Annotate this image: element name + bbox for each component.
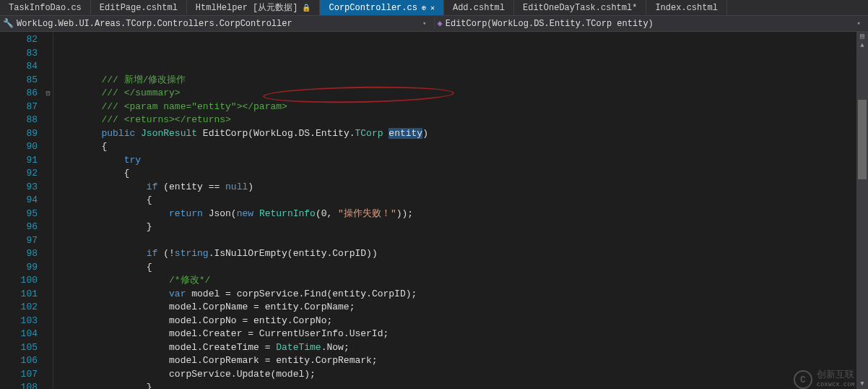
vertical-scrollbar[interactable]: ▤ ▲ ▼ <box>856 32 868 389</box>
fold-cell <box>43 74 53 87</box>
scroll-track[interactable] <box>856 42 868 379</box>
tab-6[interactable]: Index.cshtml <box>646 0 726 15</box>
line-number: 90 <box>0 140 38 154</box>
code-line[interactable]: model.CorpRemark = entity.CorpRemark; <box>56 354 856 368</box>
code-line[interactable]: model.Creater = CurrentUserInfo.UserId; <box>56 328 856 341</box>
token-comment: /// <returns></returns> <box>101 114 230 125</box>
dropdown-icon[interactable]: ▾ <box>422 20 430 27</box>
token-plain <box>56 208 169 219</box>
token-comment: /// </summary> <box>101 87 180 98</box>
token-plain <box>135 128 141 139</box>
watermark-logo: C <box>794 370 812 389</box>
token-comment: /// 新增/修改操作 <box>101 74 186 85</box>
code-line[interactable]: { <box>56 140 856 154</box>
fold-cell <box>43 274 53 288</box>
token-plain: { <box>56 194 152 205</box>
code-line[interactable]: try <box>56 154 856 168</box>
code-line[interactable] <box>56 234 856 248</box>
tab-bar: TaskInfoDao.csEditPage.cshtmlHtmlHelper … <box>0 0 868 16</box>
scroll-down-icon[interactable]: ▼ <box>856 379 868 389</box>
token-key: return <box>169 208 203 219</box>
pin-icon[interactable]: ⊕ <box>422 4 426 12</box>
token-plain <box>253 208 259 219</box>
token-plain: corpService.Update(model); <box>56 369 316 380</box>
code-line[interactable]: { <box>56 261 856 275</box>
tab-1[interactable]: EditPage.cshtml <box>91 0 187 15</box>
code-line[interactable]: /// <param name="entity"></param> <box>56 101 856 114</box>
code-line[interactable]: /// 新增/修改操作 <box>56 74 856 87</box>
fold-cell <box>43 208 53 221</box>
code-line[interactable]: corpService.Update(model); <box>56 368 856 382</box>
code-line[interactable]: if (entity == null) <box>56 181 856 194</box>
tab-3[interactable]: CorpController.cs⊕✕ <box>320 0 443 15</box>
line-number: 86 <box>0 87 38 101</box>
line-number: 83 <box>0 47 38 61</box>
line-number: 94 <box>0 194 38 208</box>
scroll-thumb[interactable] <box>858 100 867 179</box>
token-plain: .Now; <box>321 342 350 353</box>
line-number: 98 <box>0 247 38 261</box>
line-number: 87 <box>0 101 38 114</box>
close-icon[interactable]: ✕ <box>430 4 435 12</box>
tab-0[interactable]: TaskInfoDao.cs <box>0 0 91 15</box>
fold-cell <box>43 341 53 355</box>
token-plain <box>56 114 101 125</box>
fold-cell <box>43 101 53 114</box>
code-editor[interactable]: /// 新增/修改操作 /// </summary> /// <param na… <box>53 32 856 389</box>
code-line[interactable]: model.CorpName = entity.CorpName; <box>56 301 856 315</box>
code-line[interactable]: return Json(new ReturnInfo(0, "操作失败！")); <box>56 208 856 221</box>
line-number: 95 <box>0 208 38 221</box>
code-line[interactable]: model.CorpNo = entity.CorpNo; <box>56 315 856 328</box>
fold-cell <box>43 315 53 328</box>
token-plain <box>56 181 147 192</box>
split-icon[interactable]: ▤ <box>856 32 868 40</box>
line-number: 91 <box>0 154 38 168</box>
tab-5[interactable]: EditOneDayTask.cshtml* <box>514 0 646 15</box>
fold-cell <box>43 154 53 168</box>
nav-scope-right[interactable]: ◈ EditCorp(WorkLog.DS.Entity.TCorp entit… <box>435 18 869 29</box>
line-number-gutter: 8283848586878889909192939495969798991001… <box>0 32 43 389</box>
code-line[interactable]: model.CreateTime = DateTime.Now; <box>56 341 856 355</box>
token-plain <box>56 275 169 286</box>
code-line[interactable]: } <box>56 221 856 234</box>
fold-cell <box>43 140 53 154</box>
code-line[interactable]: public JsonResult EditCorp(WorkLog.DS.En… <box>56 127 856 141</box>
fold-cell[interactable]: ⊟ <box>43 87 53 101</box>
line-number: 85 <box>0 74 38 87</box>
tab-2[interactable]: HtmlHelper [从元数据]🔒 <box>187 0 321 15</box>
nav-bar: 🔧 WorkLog.Web.UI.Areas.TCorp.Controllers… <box>0 16 868 32</box>
fold-cell <box>43 60 53 74</box>
token-plain: model.CorpRemark = entity.CorpRemark; <box>56 355 378 366</box>
tab-label: EditOneDayTask.cshtml* <box>523 3 637 13</box>
line-number: 104 <box>0 328 38 341</box>
token-key: null <box>225 181 248 192</box>
token-comment: /*修改*/ <box>169 275 210 286</box>
line-number: 82 <box>0 33 38 47</box>
nav-scope-left[interactable]: 🔧 WorkLog.Web.UI.Areas.TCorp.Controllers… <box>0 18 435 29</box>
code-line[interactable]: /// </summary> <box>56 87 856 101</box>
fold-cell <box>43 288 53 302</box>
token-plain: } <box>56 221 152 232</box>
code-line[interactable]: var model = corpService.Find(entity.Corp… <box>56 288 856 302</box>
token-plain: { <box>56 262 152 273</box>
fold-cell <box>43 368 53 382</box>
code-line[interactable]: if (!string.IsNullOrEmpty(entity.CorpID)… <box>56 247 856 261</box>
code-line[interactable]: { <box>56 167 856 181</box>
tab-label: CorpController.cs <box>329 3 417 13</box>
token-str: "操作失败！" <box>338 208 396 219</box>
token-plain: EditCorp(WorkLog.DS.Entity. <box>197 128 355 139</box>
token-plain: ) <box>248 181 253 192</box>
tab-4[interactable]: Add.cshtml <box>444 0 514 15</box>
line-number: 97 <box>0 234 38 248</box>
nav-class-text: WorkLog.Web.UI.Areas.TCorp.Controllers.C… <box>17 19 292 29</box>
code-line[interactable]: /*修改*/ <box>56 274 856 288</box>
code-line[interactable]: } <box>56 381 856 389</box>
code-line[interactable]: { <box>56 194 856 208</box>
watermark: C 创新互联 CDXWCX.COM <box>794 370 855 389</box>
code-line[interactable]: /// <returns></returns> <box>56 114 856 127</box>
token-plain <box>56 74 101 85</box>
dropdown-icon[interactable]: ▾ <box>857 20 865 27</box>
line-number: 100 <box>0 274 38 288</box>
method-icon: ◈ <box>438 18 443 29</box>
line-number: 103 <box>0 315 38 328</box>
